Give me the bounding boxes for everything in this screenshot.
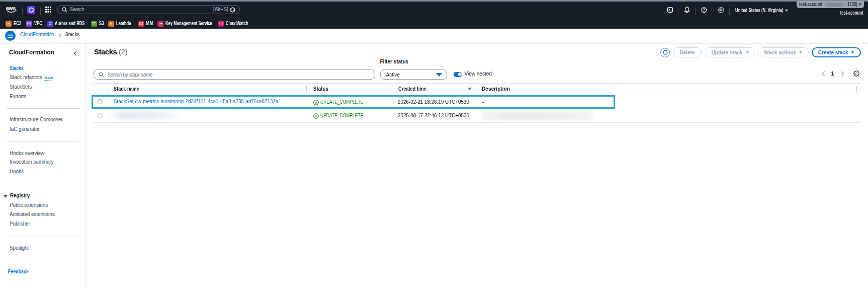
svg-text:aws: aws [6, 5, 16, 11]
